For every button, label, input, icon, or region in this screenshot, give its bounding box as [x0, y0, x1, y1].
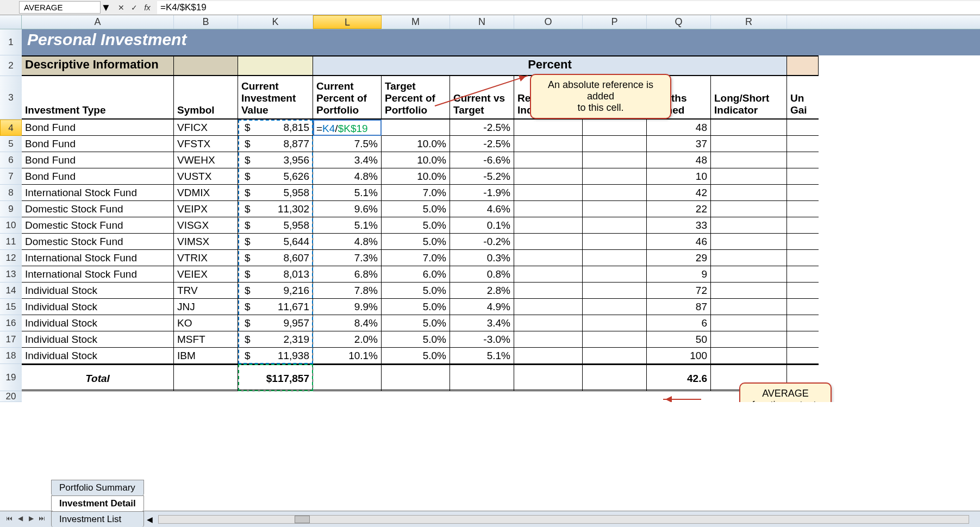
cell-r[interactable]	[711, 168, 787, 185]
cell-type[interactable]: Bond Fund	[22, 152, 174, 168]
cell-n[interactable]: 0.8%	[450, 266, 514, 283]
row-header-17[interactable]: 17	[0, 331, 22, 348]
cell-q[interactable]: 33	[647, 217, 711, 234]
row-header-12[interactable]: 12	[0, 250, 22, 266]
cell-l[interactable]: 8.4%	[313, 315, 382, 331]
cell-q[interactable]: 50	[647, 331, 711, 348]
cell-p[interactable]	[583, 120, 647, 136]
cell-m[interactable]: 5.0%	[382, 331, 450, 348]
row-header-6[interactable]: 6	[0, 152, 22, 168]
cell-n[interactable]: -2.5%	[450, 120, 514, 136]
cell-type[interactable]: Domestic Stock Fund	[22, 234, 174, 250]
cell-type[interactable]: Domestic Stock Fund	[22, 201, 174, 217]
cell-r[interactable]	[711, 283, 787, 299]
cell-n[interactable]: 4.6%	[450, 201, 514, 217]
cell-r[interactable]	[711, 250, 787, 266]
cell-n[interactable]: 5.1%	[450, 348, 514, 364]
col-header-M[interactable]: M	[382, 15, 450, 29]
cell-k[interactable]: 9,216	[238, 283, 313, 299]
cell-o[interactable]	[514, 250, 583, 266]
cell-l[interactable]: 5.1%	[313, 185, 382, 201]
cell-l[interactable]: 6.8%	[313, 266, 382, 283]
cell-symbol[interactable]: MSFT	[174, 331, 238, 348]
fx-icon[interactable]: fx	[142, 3, 153, 12]
cell-p[interactable]	[583, 315, 647, 331]
cell-l[interactable]: 9.6%	[313, 201, 382, 217]
cell-s[interactable]	[787, 315, 819, 331]
cell-l[interactable]: 10.1%	[313, 348, 382, 364]
cell-type[interactable]: Individual Stock	[22, 283, 174, 299]
cell-p[interactable]	[583, 217, 647, 234]
name-box[interactable]: AVERAGE	[19, 1, 101, 14]
cell-o[interactable]	[514, 217, 583, 234]
cell-symbol[interactable]: TRV	[174, 283, 238, 299]
cancel-icon[interactable]: ✕	[116, 3, 127, 12]
cell-symbol[interactable]: VFICX	[174, 120, 238, 136]
cell-l[interactable]: 2.0%	[313, 331, 382, 348]
cell-r[interactable]	[711, 331, 787, 348]
row-header-19[interactable]: 19	[0, 364, 22, 391]
cell-s[interactable]	[787, 250, 819, 266]
cell-o[interactable]	[514, 266, 583, 283]
row-header-4[interactable]: 4	[0, 120, 22, 136]
cell-q[interactable]: 100	[647, 348, 711, 364]
cell-r[interactable]	[711, 315, 787, 331]
row-header-10[interactable]: 10	[0, 217, 22, 234]
col-header-P[interactable]: P	[583, 15, 647, 29]
cell-q[interactable]: 46	[647, 234, 711, 250]
cell-n[interactable]: -6.6%	[450, 152, 514, 168]
cell-m[interactable]: 6.0%	[382, 266, 450, 283]
cell-q[interactable]: 29	[647, 250, 711, 266]
cell-k[interactable]: 8,877	[238, 136, 313, 152]
cell-s[interactable]	[787, 348, 819, 364]
cell-k[interactable]: 5,958	[238, 217, 313, 234]
cell-type[interactable]: Individual Stock	[22, 315, 174, 331]
cell-n[interactable]: 0.1%	[450, 217, 514, 234]
cell-o[interactable]	[514, 315, 583, 331]
cell-type[interactable]: International Stock Fund	[22, 185, 174, 201]
cell-l-editing[interactable]: =K4/$K$19	[313, 120, 382, 136]
cell-q[interactable]: 72	[647, 283, 711, 299]
cell-type[interactable]: International Stock Fund	[22, 250, 174, 266]
cell-r[interactable]	[711, 185, 787, 201]
cell-q[interactable]: 37	[647, 136, 711, 152]
cell-p[interactable]	[583, 234, 647, 250]
row-header-13[interactable]: 13	[0, 266, 22, 283]
cell-o[interactable]	[514, 136, 583, 152]
row-header-3[interactable]: 3	[0, 76, 22, 120]
cell-type[interactable]: Domestic Stock Fund	[22, 217, 174, 234]
col-header-N[interactable]: N	[450, 15, 514, 29]
cell-q[interactable]: 6	[647, 315, 711, 331]
cell-s[interactable]	[787, 283, 819, 299]
cell-l[interactable]: 7.3%	[313, 250, 382, 266]
cell-n[interactable]: -3.0%	[450, 331, 514, 348]
col-header-B[interactable]: B	[174, 15, 238, 29]
col-header-Q[interactable]: Q	[647, 15, 711, 29]
cell-p[interactable]	[583, 185, 647, 201]
cell-p[interactable]	[583, 348, 647, 364]
enter-icon[interactable]: ✓	[129, 3, 140, 12]
cell-n[interactable]: 0.3%	[450, 250, 514, 266]
cell-k[interactable]: 9,957	[238, 315, 313, 331]
col-header-L[interactable]: L	[313, 15, 382, 29]
cell-o[interactable]	[514, 299, 583, 315]
cell-p[interactable]	[583, 201, 647, 217]
cell-symbol[interactable]: VWEHX	[174, 152, 238, 168]
cell-p[interactable]	[583, 168, 647, 185]
cell-o[interactable]	[514, 283, 583, 299]
cell-symbol[interactable]: VEIPX	[174, 201, 238, 217]
cell-o[interactable]	[514, 331, 583, 348]
row-header-9[interactable]: 9	[0, 201, 22, 217]
row-header-11[interactable]: 11	[0, 234, 22, 250]
cell-k[interactable]: 5,958	[238, 185, 313, 201]
cell-m[interactable]: 10.0%	[382, 152, 450, 168]
cell-r[interactable]	[711, 234, 787, 250]
cell-p[interactable]	[583, 136, 647, 152]
cell-o[interactable]	[514, 120, 583, 136]
cell-r[interactable]	[711, 348, 787, 364]
cell-k[interactable]: 5,626	[238, 168, 313, 185]
formula-input[interactable]	[157, 1, 980, 14]
cell-symbol[interactable]: VIMSX	[174, 234, 238, 250]
cell-m[interactable]: 5.0%	[382, 315, 450, 331]
row-header-20[interactable]: 20	[0, 391, 22, 402]
